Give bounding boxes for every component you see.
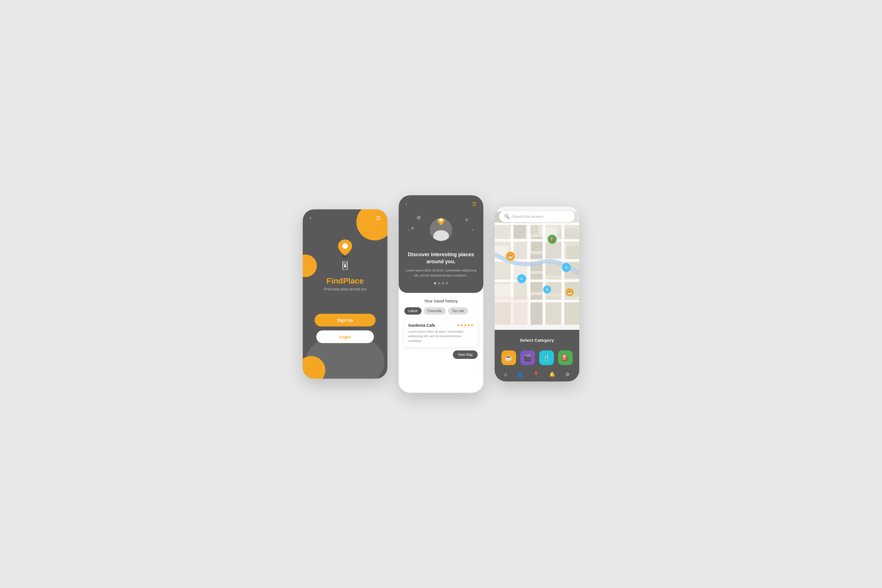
screen2-top: ‹ ☰ ‹ › Disco bbox=[399, 195, 483, 293]
avatar-bg bbox=[430, 218, 452, 241]
screen2-bottom: Your travel history Latest Favourite Top… bbox=[399, 293, 483, 393]
avatar-area: ‹ › bbox=[405, 213, 477, 247]
signup-button[interactable]: Sign Up bbox=[315, 314, 376, 327]
dot-3 bbox=[442, 282, 444, 284]
svg-rect-39 bbox=[564, 299, 579, 325]
fork-icon-3: ✕ bbox=[545, 287, 549, 292]
place-card: Gardenia Cafe ★★★★★ Lorem ipsum dolor si… bbox=[404, 319, 478, 347]
svg-point-1 bbox=[342, 243, 348, 249]
category-gas[interactable]: ⛽ bbox=[558, 350, 573, 365]
avatar-pin bbox=[437, 218, 445, 227]
app-title: FindPlace bbox=[327, 276, 364, 285]
place-desc: Lorem ipsum dolor sit amet, consectetur … bbox=[408, 329, 474, 344]
app-name-bold: Place bbox=[343, 276, 364, 285]
category-cafe[interactable]: ☕ bbox=[501, 350, 516, 365]
svg-rect-42 bbox=[543, 212, 545, 325]
place-name: Gardenia Cafe bbox=[408, 323, 435, 328]
bottom-nav: ⌂ 👤 📍 🔔 ⚙ bbox=[499, 369, 575, 379]
dot-4 bbox=[446, 282, 448, 284]
cafe-symbol: ☕ bbox=[505, 354, 512, 362]
marker-gas-station[interactable]: ⛽ bbox=[548, 235, 556, 244]
view-map-row: View Map bbox=[404, 350, 478, 359]
back-icon[interactable]: ‹ bbox=[309, 215, 311, 221]
view-map-button[interactable]: View Map bbox=[453, 350, 478, 359]
svg-rect-45 bbox=[495, 239, 579, 242]
screen3: 🔍 Search the location ⛽ ☕ ✕ ✕ ✕ ☕ bbox=[495, 207, 579, 381]
svg-rect-16 bbox=[513, 225, 526, 239]
restaurant-symbol: 🍴 bbox=[543, 354, 550, 362]
nav-location-icon[interactable]: 📍 bbox=[533, 371, 539, 378]
fork-icon-2: ✕ bbox=[520, 276, 524, 281]
fork-icon-1: ✕ bbox=[565, 265, 568, 270]
svg-rect-37 bbox=[530, 295, 543, 325]
place-card-header: Gardenia Cafe ★★★★★ bbox=[408, 323, 474, 328]
svg-rect-24 bbox=[567, 246, 579, 260]
tab-latest[interactable]: Latest bbox=[404, 307, 422, 315]
nav-home-icon[interactable]: ⌂ bbox=[504, 371, 507, 378]
category-restaurant[interactable]: 🍴 bbox=[539, 350, 554, 365]
avatar-body bbox=[434, 230, 449, 241]
dot-2 bbox=[438, 282, 440, 284]
deco-dot-1 bbox=[417, 216, 421, 219]
next-arrow[interactable]: › bbox=[472, 227, 474, 233]
dot-1 bbox=[434, 282, 436, 284]
pagination-dots bbox=[405, 282, 477, 284]
marker-restaurant-2[interactable]: ✕ bbox=[517, 274, 526, 283]
tab-favourite[interactable]: Favourite bbox=[424, 307, 446, 315]
pin-icon bbox=[337, 238, 354, 259]
prev-arrow[interactable]: ‹ bbox=[408, 227, 410, 233]
screen3-bottom: Select Category ☕ 🎬 🍴 ⛽ ⌂ 👤 📍 bbox=[495, 330, 579, 381]
menu-icon[interactable]: ☰ bbox=[472, 201, 477, 207]
search-bar[interactable]: 🔍 Search the location bbox=[499, 211, 575, 222]
discover-desc: Lorem ipsum dolor sit amet, consectetur … bbox=[405, 268, 477, 278]
deco-dot-3 bbox=[465, 218, 468, 221]
gas-icon: ⛽ bbox=[550, 237, 555, 242]
cafe-icon: ☕ bbox=[508, 254, 513, 258]
back-icon[interactable]: ‹ bbox=[405, 201, 407, 207]
screen2: ‹ ☰ ‹ › Disco bbox=[399, 195, 483, 393]
category-icons: ☕ 🎬 🍴 ⛽ bbox=[499, 350, 575, 365]
category-cinema[interactable]: 🎬 bbox=[520, 350, 535, 365]
svg-rect-25 bbox=[495, 264, 510, 281]
app-subtitle: Find every place around you bbox=[324, 287, 366, 291]
building-icon bbox=[341, 261, 349, 271]
screen1-content: FindPlace Find every place around you Si… bbox=[303, 221, 387, 343]
search-placeholder: Search the location bbox=[512, 214, 543, 219]
svg-rect-44 bbox=[495, 223, 579, 225]
map-area: 🔍 Search the location ⛽ ☕ ✕ ✕ ✕ ☕ bbox=[495, 207, 579, 330]
cafe-icon-2: ☕ bbox=[567, 290, 572, 295]
nav-settings-icon[interactable]: ⚙ bbox=[565, 371, 570, 378]
login-button[interactable]: Login bbox=[316, 330, 374, 343]
gas-symbol: ⛽ bbox=[561, 354, 569, 362]
marker-cafe[interactable]: ☕ bbox=[506, 252, 515, 261]
svg-rect-47 bbox=[495, 280, 579, 282]
travel-history-title: Your travel history bbox=[404, 298, 478, 303]
select-category-button[interactable]: Select Category bbox=[499, 334, 575, 346]
tab-toprate[interactable]: Top rate bbox=[448, 307, 468, 315]
deco-dot-2 bbox=[411, 227, 414, 230]
app-name-regular: Find bbox=[327, 276, 343, 285]
svg-rect-49 bbox=[495, 297, 528, 325]
marker-cafe-2[interactable]: ☕ bbox=[566, 288, 574, 296]
marker-restaurant-1[interactable]: ✕ bbox=[562, 263, 571, 272]
screen1: ‹ ☰ bbox=[303, 209, 387, 379]
nav-bell-icon[interactable]: 🔔 bbox=[549, 371, 555, 378]
svg-rect-3 bbox=[344, 265, 346, 267]
nav-profile-icon[interactable]: 👤 bbox=[517, 371, 523, 378]
screens-container: ‹ ☰ bbox=[303, 195, 579, 393]
svg-rect-23 bbox=[545, 243, 564, 258]
cinema-symbol: 🎬 bbox=[524, 354, 531, 362]
place-stars: ★★★★★ bbox=[457, 323, 474, 327]
s2-top-bar: ‹ ☰ bbox=[405, 201, 477, 207]
menu-icon[interactable]: ☰ bbox=[376, 215, 381, 221]
discover-title: Discover interesting places around you. bbox=[405, 251, 477, 265]
search-icon: 🔍 bbox=[504, 214, 510, 219]
marker-restaurant-3[interactable]: ✕ bbox=[543, 285, 551, 293]
tab-row: Latest Favourite Top rate bbox=[404, 307, 478, 315]
top-bar: ‹ ☰ bbox=[303, 209, 387, 221]
